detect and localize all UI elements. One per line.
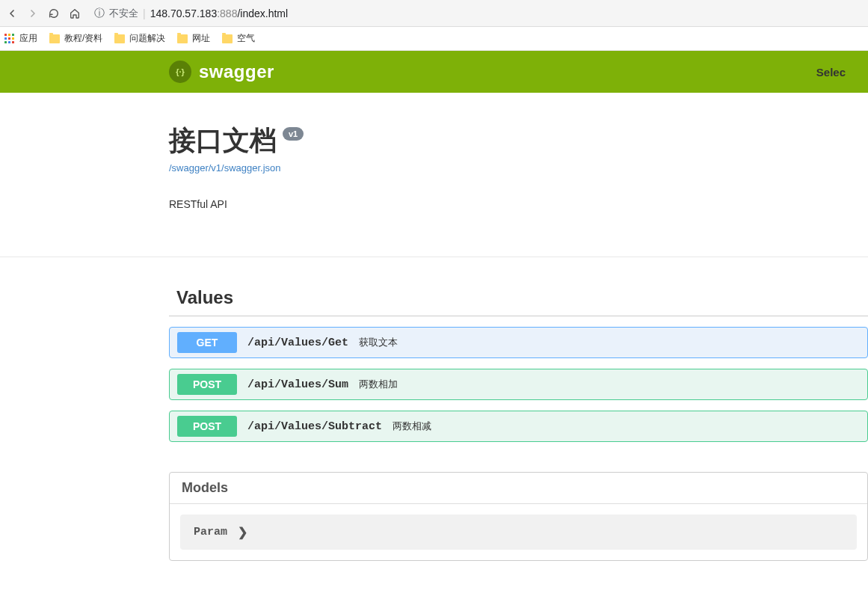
page-title: 接口文档 [169,123,277,159]
method-badge: POST [177,374,237,395]
arrow-left-icon [6,7,18,19]
address-bar[interactable]: ⓘ 不安全 | 148.70.57.183:888/index.html [88,4,864,23]
folder-icon [222,34,233,43]
forward-button[interactable] [25,6,40,21]
folder-icon [177,34,188,43]
operation-get-values[interactable]: GET /api/Values/Get 获取文本 [169,327,868,358]
bookmark-item-2[interactable]: 网址 [177,32,210,45]
arrow-right-icon [27,7,39,19]
api-info: 接口文档 v1 /swagger/v1/swagger.json RESTful… [0,93,868,210]
chevron-right-icon: ❯ [238,525,247,539]
apps-label: 应用 [19,32,37,45]
model-item-param[interactable]: Param ❯ [180,515,857,550]
browser-toolbar: ⓘ 不安全 | 148.70.57.183:888/index.html [0,0,868,27]
swagger-header: {·} swagger Selec [0,51,868,93]
model-name: Param [194,526,227,538]
home-icon [69,7,81,19]
bookmark-label: 教程/资料 [64,32,102,45]
folder-icon [114,34,125,43]
url-text: 148.70.57.183:888/index.html [150,7,288,19]
operation-description: 获取文本 [359,336,398,349]
method-badge: POST [177,416,237,437]
select-spec-label[interactable]: Selec [816,66,846,79]
reload-button[interactable] [46,6,61,21]
operation-path: /api/Values/Sum [247,378,348,391]
apps-icon [4,34,15,44]
api-description: RESTful API [169,198,868,210]
operation-post-sum[interactable]: POST /api/Values/Sum 两数相加 [169,369,868,400]
models-header[interactable]: Models [170,473,867,504]
operation-path: /api/Values/Subtract [247,420,382,433]
home-button[interactable] [67,6,82,21]
reload-icon [48,7,60,19]
swagger-logo-icon: {·} [169,61,191,83]
bookmark-item-0[interactable]: 教程/资料 [49,32,102,45]
bookmarks-bar: 应用 教程/资料 问题解决 网址 空气 [0,27,868,51]
security-status: 不安全 [109,7,138,20]
version-badge: v1 [283,127,304,141]
models-box: Models Param ❯ [169,472,868,561]
operation-description: 两数相加 [359,378,398,391]
operation-post-subtract[interactable]: POST /api/Values/Subtract 两数相减 [169,411,868,442]
folder-icon [49,34,60,43]
swagger-logo[interactable]: {·} swagger [169,61,274,83]
operation-description: 两数相减 [393,420,431,433]
swagger-logo-text: swagger [199,61,274,82]
method-badge: GET [177,332,237,353]
back-button[interactable] [4,6,19,21]
info-icon: ⓘ [94,7,105,20]
section-title[interactable]: Values [169,280,868,316]
bookmark-label: 问题解决 [129,32,165,45]
bookmark-label: 网址 [192,32,210,45]
operation-path: /api/Values/Get [247,337,348,349]
swagger-json-link[interactable]: /swagger/v1/swagger.json [169,162,281,174]
bookmark-item-1[interactable]: 问题解决 [114,32,165,45]
apps-button[interactable]: 应用 [4,32,37,45]
bookmark-item-3[interactable]: 空气 [222,32,255,45]
operations-section: Values GET /api/Values/Get 获取文本 POST /ap… [0,257,868,561]
bookmark-label: 空气 [237,32,255,45]
